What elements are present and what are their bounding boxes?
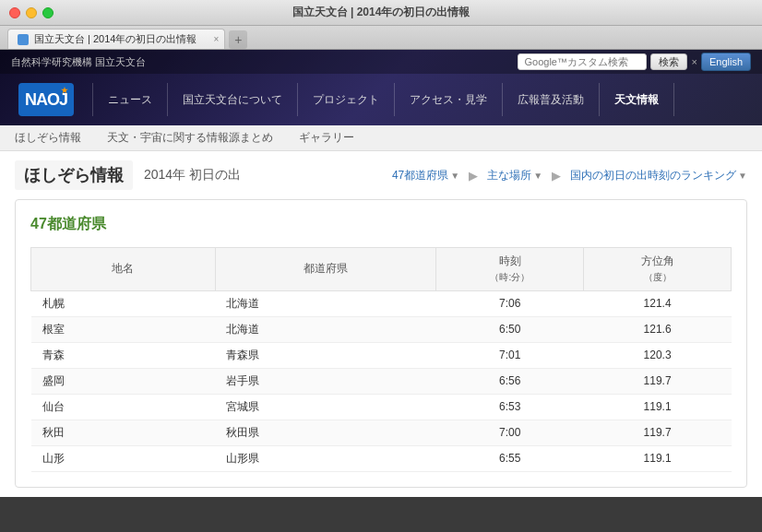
cell-prefecture: 宮城県 — [215, 394, 436, 420]
cell-prefecture: 秋田県 — [215, 420, 436, 445]
breadcrumb-separator-1 — [280, 130, 292, 146]
window-title: 国立天文台 | 2014年の初日の出情報 — [292, 5, 470, 20]
site-header: 自然科学研究機構 国立天文台 検索 × English NAOJ ニュ — [0, 50, 762, 125]
table-header-row: 地名 都道府県 時刻 （時:分） 方位角 （度） — [31, 248, 732, 291]
tab-label: 国立天文台 | 2014年の初日の出情報 — [34, 32, 196, 46]
table-row: 札幌 北海道 7:06 121.4 — [31, 290, 732, 316]
nav-item-news[interactable]: ニュース — [92, 83, 167, 116]
cell-angle: 119.1 — [584, 445, 732, 471]
nav-item-astro-info[interactable]: 天文情報 — [599, 83, 674, 116]
col-header-time: 時刻 （時:分） — [436, 248, 584, 291]
tab-favicon — [18, 34, 29, 45]
cell-time: 6:53 — [436, 394, 584, 420]
page-content: 自然科学研究機構 国立天文台 検索 × English NAOJ ニュ — [0, 50, 762, 497]
col-header-prefecture: 都道府県 — [215, 248, 436, 291]
cell-angle: 119.7 — [584, 368, 732, 394]
table-row: 山形 山形県 6:55 119.1 — [31, 445, 732, 471]
minimize-button[interactable] — [26, 7, 37, 18]
cell-time: 7:01 — [436, 342, 584, 368]
cell-prefecture: 北海道 — [215, 316, 436, 342]
search-input[interactable] — [518, 53, 647, 70]
title-bar: 国立天文台 | 2014年の初日の出情報 — [0, 0, 762, 26]
close-button[interactable] — [9, 7, 20, 18]
cell-time: 7:00 — [436, 420, 584, 445]
main-navigation: ニュース 国立天文台について プロジェクト アクセス・見学 広報普及活動 天文情… — [92, 83, 744, 116]
breadcrumb-separator-0 — [89, 130, 100, 146]
cell-prefecture: 山形県 — [215, 445, 436, 471]
new-tab-button[interactable]: + — [229, 30, 247, 49]
cell-angle: 120.3 — [584, 342, 732, 368]
cell-angle: 121.4 — [584, 290, 732, 316]
logo-text: NAOJ — [25, 90, 67, 110]
browser-tab[interactable]: 国立天文台 | 2014年の初日の出情報 × — [7, 29, 225, 49]
cell-name: 秋田 — [31, 420, 216, 445]
table-row: 秋田 秋田県 7:00 119.7 — [31, 420, 732, 445]
window-chrome: 国立天文台 | 2014年の初日の出情報 国立天文台 | 2014年の初日の出情… — [0, 0, 762, 497]
sunrise-table: 地名 都道府県 時刻 （時:分） 方位角 （度） — [30, 247, 732, 472]
breadcrumb: ほしぞら情報 天文・宇宙に関する情報源まとめ ギャラリー — [0, 125, 762, 151]
cell-name: 盛岡 — [31, 368, 216, 394]
table-row: 青森 青森県 7:01 120.3 — [31, 342, 732, 368]
cell-prefecture: 北海道 — [215, 290, 436, 316]
nav-item-projects[interactable]: プロジェクト — [297, 83, 394, 116]
col-header-location: 地名 — [31, 248, 216, 291]
cell-angle: 121.6 — [584, 316, 732, 342]
page-sub-title: 2014年 初日の出 — [144, 167, 241, 183]
site-logo[interactable]: NAOJ — [18, 83, 74, 116]
breadcrumb-item-1[interactable]: 天文・宇宙に関する情報源まとめ — [107, 130, 273, 146]
cell-prefecture: 青森県 — [215, 342, 436, 368]
cell-time: 7:06 — [436, 290, 584, 316]
table-section-title: 47都道府県 — [30, 215, 732, 234]
maximize-button[interactable] — [42, 7, 54, 18]
nav-item-outreach[interactable]: 広報普及活動 — [502, 83, 599, 116]
cell-angle: 119.1 — [584, 394, 732, 420]
col-header-angle: 方位角 （度） — [584, 248, 732, 291]
section-label: ほしぞら情報 — [15, 160, 133, 190]
table-row: 盛岡 岩手県 6:56 119.7 — [31, 368, 732, 394]
search-area: 検索 × English — [518, 53, 751, 71]
english-language-button[interactable]: English — [701, 53, 751, 71]
dropdown-prefectures[interactable]: 47都道府県 ▼ — [392, 168, 459, 183]
main-content: ほしぞら情報 2014年 初日の出 47都道府県 ▼ ▶ 主な場所 ▼ ▶ 国内… — [0, 151, 762, 497]
dropdown-ranking[interactable]: 国内の初日の出時刻のランキング ▼ — [570, 168, 747, 183]
nav-item-access[interactable]: アクセス・見学 — [394, 83, 502, 116]
cell-angle: 119.7 — [584, 420, 732, 445]
window-controls — [9, 7, 54, 18]
dropdown-links: 47都道府県 ▼ ▶ 主な場所 ▼ ▶ 国内の初日の出時刻のランキング ▼ — [392, 168, 747, 183]
logo-area: NAOJ — [18, 83, 74, 116]
dropdown-separator-0: ▶ — [469, 169, 478, 183]
cell-time: 6:55 — [436, 445, 584, 471]
cell-name: 仙台 — [31, 394, 216, 420]
dropdown-main-places[interactable]: 主な場所 ▼ — [487, 168, 542, 183]
cell-time: 6:50 — [436, 316, 584, 342]
breadcrumb-item-0[interactable]: ほしぞら情報 — [15, 130, 81, 146]
cell-name: 青森 — [31, 342, 216, 368]
nav-item-about[interactable]: 国立天文台について — [167, 83, 297, 116]
tab-close-icon[interactable]: × — [214, 34, 220, 44]
cell-name: 根室 — [31, 316, 216, 342]
table-row: 仙台 宮城県 6:53 119.1 — [31, 394, 732, 420]
search-button[interactable]: 検索 — [650, 53, 687, 70]
cell-name: 札幌 — [31, 290, 216, 316]
institution-name: 自然科学研究機構 国立天文台 — [11, 55, 146, 69]
dropdown-separator-1: ▶ — [552, 169, 561, 183]
table-row: 根室 北海道 6:50 121.6 — [31, 316, 732, 342]
header-top-bar: 自然科学研究機構 国立天文台 検索 × English — [0, 50, 762, 74]
header-main: NAOJ ニュース 国立天文台について プロジェクト アクセス・見学 広報普及活… — [0, 74, 762, 125]
cell-prefecture: 岩手県 — [215, 368, 436, 394]
cell-name: 山形 — [31, 445, 216, 471]
search-clear-icon[interactable]: × — [691, 56, 697, 67]
content-box: 47都道府県 地名 都道府県 時刻 （時:分） — [15, 199, 747, 488]
page-title-row: ほしぞら情報 2014年 初日の出 47都道府県 ▼ ▶ 主な場所 ▼ ▶ 国内… — [15, 160, 747, 190]
cell-time: 6:56 — [436, 368, 584, 394]
breadcrumb-item-2[interactable]: ギャラリー — [299, 130, 354, 146]
tab-bar: 国立天文台 | 2014年の初日の出情報 × + — [0, 26, 762, 50]
